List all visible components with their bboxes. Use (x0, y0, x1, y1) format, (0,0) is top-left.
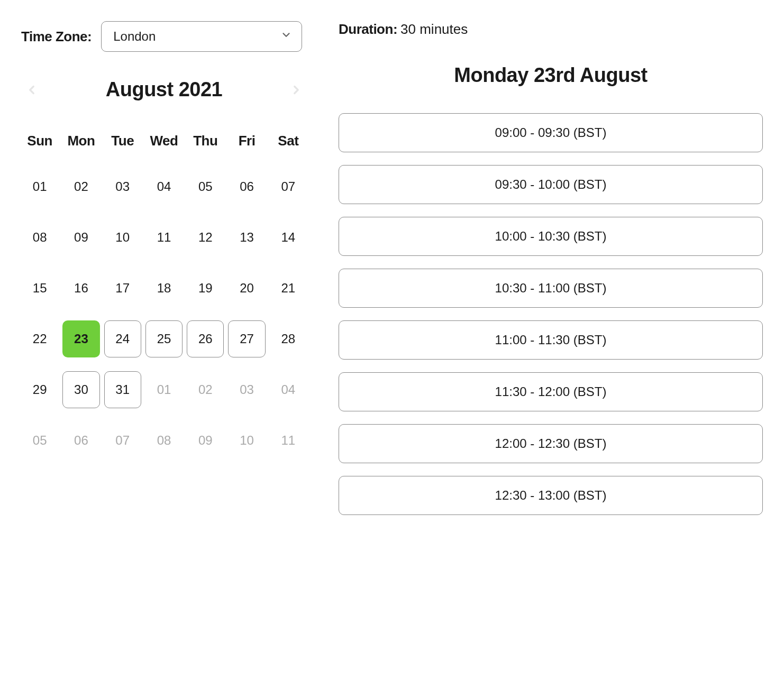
time-slot-button[interactable]: 11:30 - 12:00 (BST) (339, 372, 763, 411)
calendar-day[interactable]: 23 (62, 320, 99, 357)
next-month-button[interactable] (286, 79, 307, 100)
month-title: August 2021 (106, 78, 222, 101)
duration-label: Duration: (339, 21, 397, 38)
calendar-day: 10 (104, 219, 141, 256)
calendar-day: 07 (270, 168, 307, 205)
time-slot-button[interactable]: 09:30 - 10:00 (BST) (339, 165, 763, 204)
calendar-day: 03 (104, 168, 141, 205)
duration-value: 30 minutes (400, 21, 468, 38)
calendar-day: 18 (145, 270, 183, 307)
calendar-day: 16 (62, 270, 99, 307)
calendar-day: 20 (228, 270, 265, 307)
time-slot-button[interactable]: 11:00 - 11:30 (BST) (339, 320, 763, 360)
calendar-day: 15 (21, 270, 58, 307)
timezone-select[interactable]: London (101, 21, 302, 52)
calendar-day: 12 (187, 219, 224, 256)
calendar-day: 05 (187, 168, 224, 205)
calendar-day: 08 (145, 422, 183, 459)
time-slot-button[interactable]: 10:00 - 10:30 (BST) (339, 217, 763, 256)
calendar-day: 05 (21, 422, 58, 459)
calendar-day: 14 (270, 219, 307, 256)
calendar-day: 10 (228, 422, 265, 459)
calendar-day: 21 (270, 270, 307, 307)
calendar-day: 22 (21, 320, 58, 357)
prev-month-button[interactable] (21, 79, 42, 100)
time-slot-button[interactable]: 09:00 - 09:30 (BST) (339, 113, 763, 152)
calendar-day: 03 (228, 371, 265, 408)
calendar-day: 06 (62, 422, 99, 459)
calendar-day: 02 (187, 371, 224, 408)
dow-header: Fri (228, 127, 265, 164)
calendar-day: 29 (21, 371, 58, 408)
calendar-day: 09 (187, 422, 224, 459)
calendar-day: 04 (145, 168, 183, 205)
dow-header: Thu (187, 127, 224, 164)
calendar-day: 07 (104, 422, 141, 459)
calendar-day[interactable]: 31 (104, 371, 141, 408)
calendar-day: 19 (187, 270, 224, 307)
dow-header: Sat (270, 127, 307, 164)
time-slot-button[interactable]: 12:00 - 12:30 (BST) (339, 424, 763, 463)
calendar-day: 17 (104, 270, 141, 307)
dow-header: Tue (104, 127, 141, 164)
calendar-day: 11 (270, 422, 307, 459)
chevron-down-icon (280, 29, 292, 44)
dow-header: Mon (62, 127, 99, 164)
timezone-label: Time Zone: (21, 29, 92, 45)
calendar-day: 04 (270, 371, 307, 408)
calendar-day: 08 (21, 219, 58, 256)
calendar-day[interactable]: 26 (187, 320, 224, 357)
calendar-day: 01 (21, 168, 58, 205)
calendar-day: 13 (228, 219, 265, 256)
calendar-day: 06 (228, 168, 265, 205)
calendar-day: 11 (145, 219, 183, 256)
time-slot-list: 09:00 - 09:30 (BST)09:30 - 10:00 (BST)10… (339, 113, 763, 515)
dow-header: Wed (145, 127, 183, 164)
time-slot-button[interactable]: 10:30 - 11:00 (BST) (339, 269, 763, 308)
time-slot-button[interactable]: 12:30 - 13:00 (BST) (339, 476, 763, 515)
calendar-day[interactable]: 30 (62, 371, 99, 408)
calendar-day[interactable]: 27 (228, 320, 265, 357)
calendar-grid: SunMonTueWedThuFriSat0102030405060708091… (21, 127, 307, 468)
calendar-day: 01 (145, 371, 183, 408)
calendar-day[interactable]: 24 (104, 320, 141, 357)
selected-day-title: Monday 23rd August (339, 64, 763, 87)
calendar-day[interactable]: 25 (145, 320, 183, 357)
dow-header: Sun (21, 127, 58, 164)
calendar-day: 09 (62, 219, 99, 256)
timezone-selected-value: London (113, 29, 156, 43)
calendar-day: 28 (270, 320, 307, 357)
calendar-day: 02 (62, 168, 99, 205)
